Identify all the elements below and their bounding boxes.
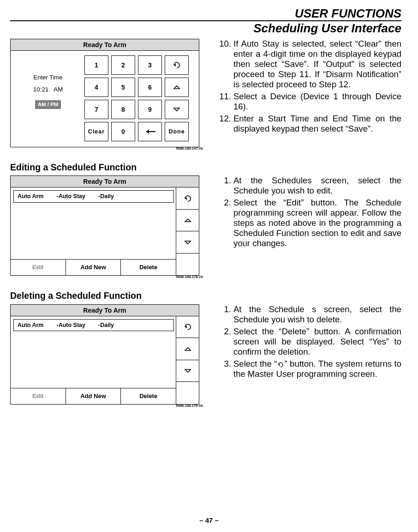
delete-panel: Ready To Arm Auto Arm -Auto Stay -Daily … [10, 304, 199, 405]
key-9[interactable]: 9 [138, 100, 162, 119]
edit-button[interactable]: Edit [11, 388, 66, 404]
page-number: – 47 – [0, 517, 418, 524]
list-up-button[interactable] [176, 210, 199, 232]
section-title-deleting: Deleting a Scheduled Function [10, 290, 401, 301]
keypad-grid: 1 2 3 4 5 6 7 8 9 Clear 0 [84, 55, 194, 141]
key-7[interactable]: 7 [84, 100, 108, 119]
steps-10-12: If Auto Stay is selected, select “Clear”… [218, 39, 401, 136]
key-1[interactable]: 1 [84, 55, 108, 75]
key-4[interactable]: 4 [84, 78, 108, 97]
time-readout: 10:21 AM [15, 86, 81, 93]
edit-panel: Ready To Arm Auto Arm -Auto Stay -Daily … [10, 175, 199, 276]
list-down-button[interactable] [176, 360, 199, 382]
keypad-title: Ready To Arm [11, 39, 199, 51]
keypad-left-pane: Enter Time 10:21 AM AM / PM [15, 55, 81, 141]
delete-panel-title: Ready To Arm [11, 305, 199, 316]
step-11: Select a Device (Device 1 through Device… [233, 91, 401, 112]
key-down[interactable] [165, 100, 189, 119]
time-value: 10:21 [33, 86, 49, 93]
keypad-footnote: 5000-100-147-V0 [10, 146, 204, 151]
time-keypad-panel: Ready To Arm Enter Time 10:21 AM AM / PM… [10, 39, 199, 147]
del-step-3: Select the “” button. The system returns… [233, 359, 401, 379]
edit-buttons: Edit Add New Delete [11, 259, 176, 275]
list-blank-cell [176, 254, 199, 276]
page-header: USER FUNCTIONS Scheduling User Interface [10, 7, 401, 34]
del-step-3-a: Select the “ [233, 359, 277, 369]
steps-edit: At the Schedules screen, select the Sche… [218, 175, 401, 250]
key-done[interactable]: Done [165, 122, 189, 141]
del-step-1: At the Schedule s screen, select the Sch… [233, 304, 401, 325]
steps-delete: At the Schedule s screen, select the Sch… [218, 304, 401, 381]
section-title-editing: Editing a Scheduled Function [10, 162, 401, 173]
key-clear[interactable]: Clear [84, 122, 108, 141]
key-up[interactable] [165, 78, 189, 97]
schedule-mode: -Auto Stay [56, 322, 85, 328]
key-2[interactable]: 2 [111, 55, 135, 75]
schedule-freq: -Daily [98, 193, 114, 200]
header-line-functions: USER FUNCTIONS [10, 7, 401, 19]
list-blank-cell [176, 382, 199, 404]
schedule-freq: -Daily [98, 322, 114, 328]
key-5[interactable]: 5 [111, 78, 135, 97]
enter-time-label: Enter Time [15, 74, 81, 81]
schedule-name: Auto Arm [18, 322, 43, 328]
schedule-name: Auto Arm [18, 193, 43, 200]
key-8[interactable]: 8 [111, 100, 135, 119]
time-ampm: AM [54, 86, 63, 93]
ampm-toggle-button[interactable]: AM / PM [35, 100, 61, 109]
key-6[interactable]: 6 [138, 78, 162, 97]
delete-buttons: Edit Add New Delete [11, 388, 176, 404]
list-up-button[interactable] [176, 338, 199, 360]
header-line-scheduling: Scheduling User Interface [10, 22, 401, 34]
delete-panel-footnote: 5000-100-179-V0 [10, 404, 204, 408]
key-3[interactable]: 3 [138, 55, 162, 75]
edit-step-2: Select the “Edit” button. The Schedule p… [233, 198, 401, 248]
add-new-button[interactable]: Add New [66, 260, 121, 275]
step-10: If Auto Stay is selected, select “Clear”… [233, 39, 401, 90]
del-step-2: Select the “Delete” button. A confirmati… [233, 326, 401, 357]
list-down-button[interactable] [176, 231, 199, 254]
step-12: Enter a Start Time and End Time on the d… [233, 114, 401, 134]
schedule-row[interactable]: Auto Arm -Auto Stay -Daily [13, 190, 174, 203]
key-0[interactable]: 0 [111, 122, 135, 141]
key-backspace[interactable] [138, 122, 162, 141]
add-new-button[interactable]: Add New [66, 388, 121, 404]
list-back-button[interactable] [176, 187, 199, 210]
delete-button[interactable]: Delete [121, 260, 176, 275]
schedule-row[interactable]: Auto Arm -Auto Stay -Daily [13, 319, 174, 332]
delete-button[interactable]: Delete [121, 388, 176, 404]
edit-button[interactable]: Edit [11, 260, 66, 275]
schedule-mode: -Auto Stay [56, 193, 85, 200]
edit-panel-title: Ready To Arm [11, 176, 199, 187]
edit-panel-footnote: 5000-100-179-V0 [10, 275, 204, 279]
key-back[interactable] [165, 55, 189, 75]
list-back-button[interactable] [176, 316, 199, 339]
edit-step-1: At the Schedules screen, select the Sche… [233, 175, 401, 196]
